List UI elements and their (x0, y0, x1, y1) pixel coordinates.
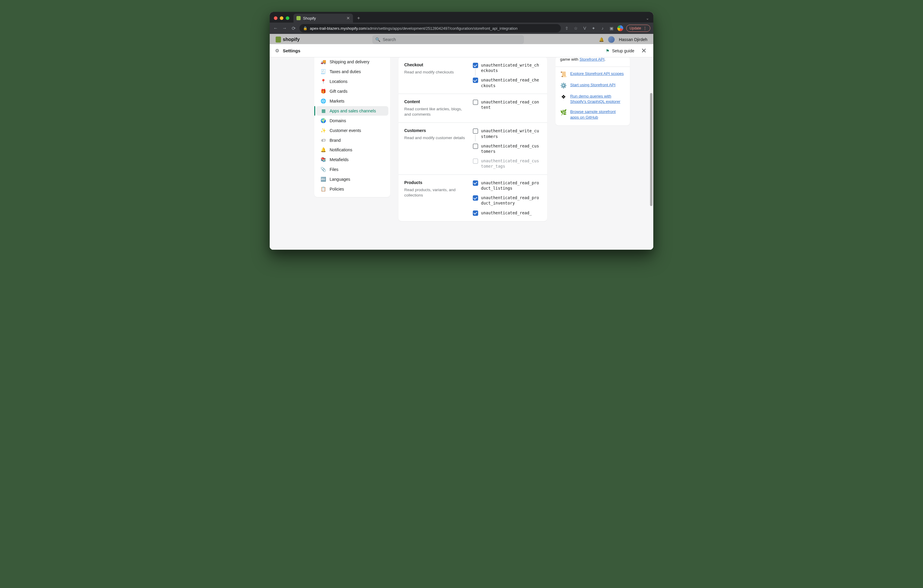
scope-checkbox[interactable] (473, 210, 478, 216)
tabs-dropdown-icon[interactable]: ⌄ (644, 16, 651, 21)
sidebar-item-shipping-and-delivery[interactable]: 🚚Shipping and delivery (316, 57, 388, 67)
sidebar-item-metafields[interactable]: 📚Metafields (316, 155, 388, 164)
help-link-row: 📜Explore Storefront API scopes (560, 71, 625, 77)
setup-guide-link[interactable]: ⚑ Setup guide (606, 48, 634, 53)
help-link-icon: ⚙️ (560, 82, 567, 89)
sidebar-item-brand[interactable]: 🏷Brand (316, 136, 388, 145)
settings-modal: ⚙ Settings ⚑ Setup guide ✕ 🚚Shipping and… (270, 44, 653, 250)
scope-label: unauthenticated_read_customers (481, 143, 541, 154)
help-intro: game with Storefront API. (555, 57, 630, 67)
profile-avatar-icon[interactable] (618, 25, 623, 31)
panel-icon[interactable]: ▣ (608, 26, 614, 31)
shopify-favicon-icon (296, 16, 301, 20)
url-path: /admin/settings/apps/development/2512804… (366, 26, 518, 31)
browser-tab[interactable]: Shopify ✕ (294, 14, 353, 23)
sidebar-item-locations[interactable]: 📍Locations (316, 77, 388, 86)
scope-label: unauthenticated_read_customer_tags (481, 158, 541, 169)
sidebar-icon: ✨ (321, 128, 326, 133)
window-maximize-icon[interactable] (286, 16, 289, 20)
back-button[interactable]: ← (273, 26, 279, 31)
sidebar-item-gift-cards[interactable]: 🎁Gift cards (316, 87, 388, 96)
page-scrollbar[interactable] (650, 93, 652, 206)
sidebar-item-taxes-and-duties[interactable]: 🧾Taxes and duties (316, 67, 388, 76)
sidebar-item-label: Markets (330, 99, 345, 103)
sidebar-item-markets[interactable]: 🌐Markets (316, 96, 388, 106)
help-link-row: 🌿Browse sample storefront apps on GitHub (560, 109, 625, 120)
help-links-list: 📜Explore Storefront API scopes⚙️Start us… (555, 67, 630, 125)
scope-checkbox[interactable] (473, 100, 478, 105)
sidebar-icon: 🚚 (321, 59, 326, 64)
sidebar-item-label: Customer events (330, 128, 361, 133)
bookmark-icon[interactable]: ☆ (573, 26, 579, 31)
scope-checkbox[interactable] (473, 77, 478, 83)
scope-checkbox[interactable] (473, 144, 478, 149)
browser-window: Shopify ✕ + ⌄ ← → ⟳ 🔒 apex-trail-blazers… (270, 12, 653, 250)
reload-button[interactable]: ⟳ (291, 26, 296, 31)
scope-label: unauthenticated_read_product_listings (481, 180, 541, 191)
forward-button[interactable]: → (282, 26, 287, 31)
sidebar-item-label: Languages (330, 177, 350, 182)
sidebar-item-languages[interactable]: 🔤Languages (316, 174, 388, 184)
scope-label: unauthenticated_write_customers (481, 128, 541, 139)
address-bar[interactable]: 🔒 apex-trail-blazers.myshopify.com/admin… (299, 24, 561, 33)
settings-sidebar: 🚚Shipping and delivery🧾Taxes and duties📍… (314, 57, 390, 197)
sidebar-item-label: Taxes and duties (330, 69, 361, 74)
scope-row: unauthenticated_read_customer_tags (473, 158, 541, 169)
window-minimize-icon[interactable] (280, 16, 283, 20)
sidebar-icon: ▦ (321, 108, 326, 113)
section-title: Customers (404, 128, 467, 133)
tab-close-icon[interactable]: ✕ (347, 16, 350, 21)
help-link[interactable]: Run demo queries with Shopify's GraphiQL… (570, 94, 625, 104)
sidebar-item-label: Domains (330, 118, 346, 123)
help-link[interactable]: Explore Storefront API scopes (570, 71, 624, 76)
url-host: apex-trail-blazers.myshopify.com (310, 26, 366, 31)
scope-checkbox[interactable] (473, 63, 478, 68)
scope-checkbox (473, 158, 478, 164)
close-modal-button[interactable]: ✕ (640, 47, 648, 55)
modal-overlay: ⚙ Settings ⚑ Setup guide ✕ 🚚Shipping and… (270, 34, 653, 250)
modal-header: ⚙ Settings ⚑ Setup guide ✕ (270, 44, 653, 57)
section-description: Read and modify customer details (404, 135, 467, 141)
sidebar-item-domains[interactable]: 🌍Domains (316, 116, 388, 125)
sidebar-icon: 🏷 (321, 138, 326, 143)
sidebar-item-customer-events[interactable]: ✨Customer events (316, 126, 388, 135)
scope-row: unauthenticated_read_product_inventory (473, 195, 541, 206)
window-close-icon[interactable] (274, 16, 278, 20)
scope-section-content: ContentRead content like articles, blogs… (399, 94, 547, 123)
sidebar-item-policies[interactable]: 📋Policies (316, 184, 388, 194)
modal-body: 🚚Shipping and delivery🧾Taxes and duties📍… (270, 57, 653, 250)
sidebar-item-notifications[interactable]: 🔔Notifications (316, 145, 388, 154)
scope-label: unauthenticated_read_checkouts (481, 77, 541, 88)
scope-label: unauthenticated_read_product_inventory (481, 195, 541, 206)
sidebar-item-files[interactable]: 📎Files (316, 165, 388, 174)
scope-row: unauthenticated_write_checkouts (473, 62, 541, 73)
extensions-icon[interactable]: ✦ (591, 26, 596, 31)
share-icon[interactable]: ⇧ (564, 26, 570, 31)
help-link-icon: 📜 (560, 71, 567, 77)
scope-section-customers: CustomersRead and modify customer detail… (399, 123, 547, 174)
media-icon[interactable]: ♪ (599, 26, 605, 31)
scope-checkbox[interactable] (473, 181, 478, 186)
flag-icon: ⚑ (606, 48, 609, 53)
scope-section-checkout: CheckoutRead and modify checkoutsunauthe… (399, 57, 547, 94)
help-link[interactable]: Browse sample storefront apps on GitHub (570, 109, 625, 120)
sidebar-item-apps-and-sales-channels[interactable]: ▦Apps and sales channels (316, 106, 388, 116)
scope-label: unauthenticated_read_content (481, 99, 541, 110)
gear-icon: ⚙ (275, 48, 279, 54)
storefront-api-link[interactable]: Storefront API (580, 57, 604, 62)
extension-v-icon[interactable]: V (581, 26, 588, 31)
section-description: Read products, variants, and collections (404, 187, 467, 198)
sidebar-icon: 🔤 (321, 177, 326, 182)
help-column: game with Storefront API. 📜Explore Store… (555, 57, 630, 250)
update-button[interactable]: Update (626, 25, 650, 32)
scope-checkbox[interactable] (473, 195, 478, 200)
sidebar-icon: 🧾 (321, 69, 326, 74)
scope-checkbox[interactable] (473, 128, 478, 134)
help-link[interactable]: Start using Storefront API (570, 82, 616, 88)
sidebar-item-label: Files (330, 167, 339, 172)
new-tab-button[interactable]: + (355, 15, 362, 21)
scope-label: unauthenticated_read_ (481, 210, 532, 215)
section-title: Products (404, 180, 467, 185)
sidebar-icon: 🎁 (321, 89, 326, 94)
scope-section-products: ProductsRead products, variants, and col… (399, 174, 547, 221)
